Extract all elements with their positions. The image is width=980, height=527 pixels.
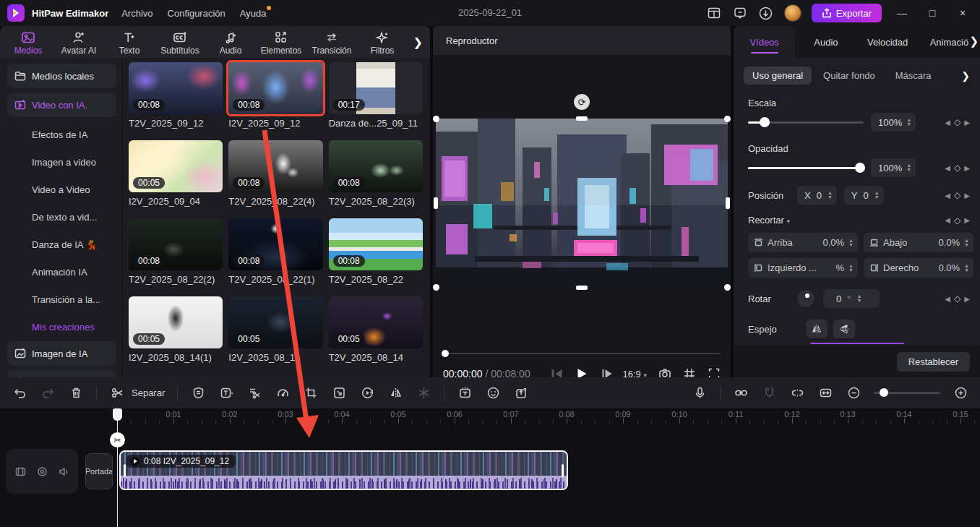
tab-audio[interactable]: Audio xyxy=(795,26,856,58)
opacity-slider[interactable] xyxy=(748,167,864,169)
player-seekbar[interactable] xyxy=(443,353,721,354)
stepper-icon[interactable]: ▲▼ xyxy=(964,264,969,273)
tab-subtitulos[interactable]: Subtítulos xyxy=(155,29,205,56)
sidebar-item-transicion-a-la[interactable]: Transición a la... xyxy=(7,286,116,314)
crop-left-box[interactable]: Izquierdo ...%▲▼ xyxy=(748,258,858,278)
split-cursor-icon[interactable]: ✂ xyxy=(110,432,125,447)
reset-button[interactable]: Restablecer xyxy=(897,352,970,372)
inspector-tabs-chevron-icon[interactable]: ❯ xyxy=(969,35,979,48)
feedback-icon[interactable] xyxy=(732,5,748,21)
sidebar-item-video-a-video[interactable]: Video a Video xyxy=(7,176,116,204)
subtab-quitar-fondo[interactable]: Quitar fondo xyxy=(814,67,884,85)
scale-value-box[interactable]: 100%▲▼ xyxy=(871,113,916,132)
media-card[interactable]: 00:08 T2V_2025_08_22(2) xyxy=(129,218,223,294)
subtabs-chevron-icon[interactable]: ❯ xyxy=(961,70,970,82)
extract-text-icon[interactable] xyxy=(457,385,473,401)
media-card[interactable]: 00:05 I2V_2025_08_14 xyxy=(228,296,322,372)
sidebar-item-medios-locales[interactable]: Medios locales xyxy=(7,64,116,88)
media-card[interactable]: 00:05 I2V_2025_09_04 xyxy=(129,140,223,215)
subtab-mascara[interactable]: Máscara xyxy=(887,67,940,85)
split-button-label[interactable]: Separar xyxy=(132,387,165,398)
rotate-clip-icon[interactable] xyxy=(359,385,375,401)
opacity-keyframe-controls[interactable]: ◀◇▶ xyxy=(945,163,971,173)
timeline-clip[interactable]: 0:08 I2V_2025_09_12 xyxy=(119,450,568,490)
media-card[interactable]: 00:08 T2V_2025_09_12 xyxy=(129,62,223,137)
resize-handle-w[interactable] xyxy=(434,197,438,209)
timeline-zoom-slider[interactable] xyxy=(874,392,940,394)
undo-button[interactable] xyxy=(12,385,27,401)
menu-archivo[interactable]: Archivo xyxy=(121,8,152,19)
crop-keyframe-controls[interactable]: ◀◇▶ xyxy=(945,215,971,226)
stepper-icon[interactable]: ▲▼ xyxy=(848,239,854,247)
sidebar-item-mis-creaciones[interactable]: Mis creaciones xyxy=(7,314,116,341)
timeline[interactable]: 0:01 0:02 0:03 0:04 0:05 0:06 0:07 0:08 … xyxy=(0,408,980,527)
media-card[interactable]: 00:17 Danza de...25_09_11 xyxy=(329,62,423,137)
clip-trim-handle-right[interactable] xyxy=(562,464,564,477)
media-card[interactable]: 00:05 T2V_2025_08_14 xyxy=(329,296,423,372)
freeze-frame-icon[interactable] xyxy=(416,385,431,401)
stepper-icon[interactable]: ▲▼ xyxy=(856,294,861,303)
rotate-knob[interactable] xyxy=(797,290,814,307)
export-button[interactable]: Exportar xyxy=(812,4,882,22)
record-voice-icon[interactable] xyxy=(692,385,708,401)
download-icon[interactable] xyxy=(758,5,774,21)
zoom-in-icon[interactable] xyxy=(953,385,968,401)
media-card-selected[interactable]: 00:08 I2V_2025_09_12 xyxy=(228,62,322,137)
resize-handle-ne[interactable] xyxy=(724,116,731,122)
media-card[interactable]: 00:08 T2V_2025_08_22(1) xyxy=(228,218,322,294)
sidebar-item-cambio-de-rostro[interactable]: Cambio de rostro xyxy=(7,370,116,377)
layout-icon[interactable] xyxy=(706,5,722,21)
media-card[interactable]: 00:08 T2V_2025_08_22(4) xyxy=(228,140,322,215)
tab-audio[interactable]: Audio xyxy=(205,29,256,56)
split-button[interactable] xyxy=(109,385,125,401)
media-card[interactable]: 00:08 T2V_2025_08_22 xyxy=(329,218,423,294)
sidebar-item-video-con-ia[interactable]: Video con IA. xyxy=(7,93,116,117)
tab-avatar-ai[interactable]: Avatar AI xyxy=(53,29,104,56)
rotate-handle-icon[interactable]: ⟳ xyxy=(574,94,590,110)
unlink-clips-icon[interactable] xyxy=(789,385,805,401)
speed-icon[interactable] xyxy=(275,385,291,401)
sticker-face-icon[interactable] xyxy=(485,385,501,401)
flip-horizontal-button[interactable] xyxy=(806,320,828,338)
menu-configuracion[interactable]: Configuración xyxy=(168,8,225,19)
resize-handle-nw[interactable] xyxy=(433,116,439,122)
denoise-icon[interactable] xyxy=(190,385,206,401)
crop-top-box[interactable]: Arriba0.0%▲▼ xyxy=(748,233,858,252)
sidebar-item-efectos-de-ia[interactable]: Efectos de IA xyxy=(7,121,116,149)
resize-handle-sw[interactable] xyxy=(433,284,439,291)
panel-scrollbar[interactable] xyxy=(810,343,904,344)
track-mute-icon[interactable] xyxy=(59,466,69,477)
smart-cut-icon[interactable] xyxy=(246,385,262,401)
zoom-slider-handle[interactable] xyxy=(880,388,888,397)
media-card[interactable]: 00:08 T2V_2025_08_22(3) xyxy=(329,140,423,215)
stepper-icon[interactable]: ▲▼ xyxy=(828,191,833,200)
resize-handle-s[interactable] xyxy=(576,286,588,290)
subtab-uso-general[interactable]: Uso general xyxy=(744,67,812,85)
maximize-button[interactable]: □ xyxy=(922,4,942,22)
stepper-icon[interactable]: ▲▼ xyxy=(964,239,969,247)
sidebar-item-imagen-de-ia[interactable]: Imagen de IA xyxy=(7,341,116,366)
tab-filtros[interactable]: Filtros xyxy=(357,29,408,56)
tab-transicion[interactable]: Transición xyxy=(306,29,357,56)
track-visibility-icon[interactable] xyxy=(37,466,48,477)
playhead-handle[interactable] xyxy=(113,408,122,421)
tabbar-more-chevron-icon[interactable]: ❯ xyxy=(413,35,427,49)
scale-slider[interactable] xyxy=(748,121,864,124)
stepper-icon[interactable]: ▲▼ xyxy=(906,163,911,172)
tab-velocidad[interactable]: Velocidad xyxy=(857,26,919,58)
delete-button[interactable] xyxy=(68,385,84,401)
clip-trim-handle-left[interactable] xyxy=(124,464,126,477)
stepper-icon[interactable]: ▲▼ xyxy=(906,118,911,127)
resize-handle-e[interactable] xyxy=(726,197,730,209)
stepper-icon[interactable]: ▲▼ xyxy=(848,264,854,273)
tab-texto[interactable]: Texto xyxy=(104,29,155,56)
crop-icon[interactable] xyxy=(303,385,319,401)
redo-button[interactable] xyxy=(40,385,56,401)
menu-ayuda[interactable]: Ayuda xyxy=(240,8,267,19)
crop-bottom-box[interactable]: Abajo0.0%▲▼ xyxy=(864,233,973,252)
mirror-clip-icon[interactable] xyxy=(387,385,403,401)
link-clips-icon[interactable] xyxy=(733,385,749,401)
media-card[interactable]: 00:05 I2V_2025_08_14(1) xyxy=(129,296,223,372)
resize-handle-se[interactable] xyxy=(724,284,731,291)
position-x-box[interactable]: X0▲▼ xyxy=(797,186,837,205)
